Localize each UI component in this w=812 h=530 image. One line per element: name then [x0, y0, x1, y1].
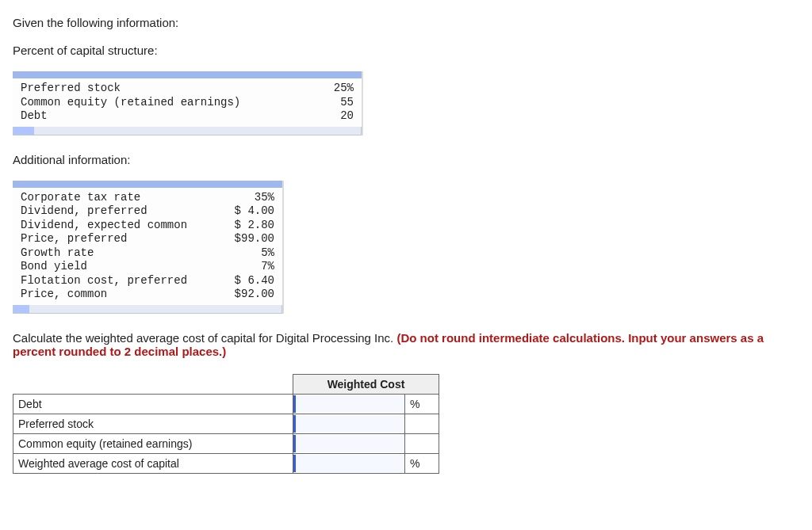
table-row: Debt 20 — [21, 109, 354, 124]
scroll-hint — [13, 305, 282, 314]
row-label: Debt — [21, 109, 340, 124]
row-label: Flotation cost, preferred — [21, 274, 235, 288]
table-row: Price, preferred $99.00 — [21, 232, 274, 246]
row-label: Growth rate — [21, 246, 261, 261]
table-row: Common equity (retained earnings) — [13, 433, 439, 453]
scroll-hint — [13, 181, 282, 188]
row-value: 35% — [255, 191, 274, 205]
preferred-stock-input[interactable] — [293, 415, 404, 433]
table-row: Dividend, preferred $ 4.00 — [21, 204, 274, 219]
row-value: 5% — [261, 246, 274, 261]
row-value: 20 — [340, 109, 354, 124]
table-row: Preferred stock 25% — [21, 82, 354, 96]
row-value: 25% — [334, 82, 354, 96]
row-label: Price, common — [21, 288, 235, 302]
row-label: Debt — [13, 394, 293, 414]
scroll-hint — [13, 127, 362, 135]
unit-label: % — [405, 453, 439, 473]
section1-title: Percent of capital structure: — [13, 44, 799, 57]
intro-text: Given the following information: — [13, 16, 799, 29]
table-row: Debt % — [13, 394, 439, 414]
row-label: Bond yield — [21, 260, 261, 274]
row-value: 55 — [340, 96, 354, 110]
table-row: Price, common $92.00 — [21, 288, 274, 302]
unit-label — [405, 414, 439, 433]
row-value: $99.00 — [235, 232, 274, 246]
table-row: Corporate tax rate 35% — [21, 191, 274, 205]
row-value: 7% — [261, 260, 274, 274]
unit-label: % — [405, 394, 439, 414]
table-row: Preferred stock — [13, 414, 439, 433]
table-row: Bond yield 7% — [21, 260, 274, 274]
row-value: $92.00 — [235, 288, 274, 302]
row-label: Price, preferred — [21, 232, 235, 246]
row-label: Dividend, preferred — [21, 204, 235, 219]
weighted-cost-header: Weighted Cost — [293, 374, 439, 394]
row-label: Corporate tax rate — [21, 191, 255, 205]
unit-label — [405, 433, 439, 453]
section2-title: Additional information: — [13, 153, 799, 166]
table-row: Common equity (retained earnings) 55 — [21, 96, 354, 110]
debt-input[interactable] — [293, 395, 404, 413]
table-row: Growth rate 5% — [21, 246, 274, 261]
scroll-hint — [13, 71, 362, 78]
question-plain: Calculate the weighted average cost of c… — [13, 331, 396, 345]
row-label: Preferred stock — [21, 82, 334, 96]
row-label: Preferred stock — [13, 414, 293, 433]
capital-structure-block: Preferred stock 25% Common equity (retai… — [13, 71, 363, 135]
table-row: Weighted average cost of capital % — [13, 453, 439, 473]
answer-table: Weighted Cost Debt % Preferred stock Com… — [13, 374, 439, 474]
row-label: Common equity (retained earnings) — [21, 96, 340, 110]
common-equity-input[interactable] — [293, 435, 404, 452]
row-value: $ 6.40 — [235, 274, 274, 288]
question-text: Calculate the weighted average cost of c… — [13, 331, 799, 358]
additional-info-block: Corporate tax rate 35% Dividend, preferr… — [13, 181, 284, 314]
row-value: $ 2.80 — [235, 219, 274, 233]
wacc-input[interactable] — [293, 455, 404, 472]
row-label: Weighted average cost of capital — [13, 453, 293, 473]
table-row: Flotation cost, preferred $ 6.40 — [21, 274, 274, 288]
row-label: Common equity (retained earnings) — [13, 433, 293, 453]
row-label: Dividend, expected common — [21, 219, 235, 233]
table-row: Dividend, expected common $ 2.80 — [21, 219, 274, 233]
row-value: $ 4.00 — [235, 204, 274, 219]
